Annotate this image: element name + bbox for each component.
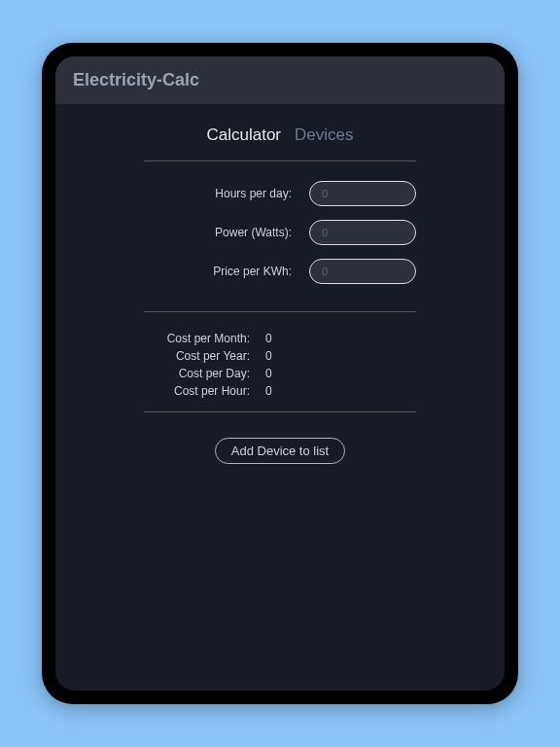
tab-bar: Calculator Devices <box>55 125 505 145</box>
field-hours: Hours per day: 0 <box>144 181 416 206</box>
app-title: Electricity-Calc <box>73 70 487 90</box>
power-input[interactable]: 0 <box>309 220 416 245</box>
hour-label: Cost per Hour: <box>144 384 265 398</box>
year-value: 0 <box>265 349 272 363</box>
input-form: Hours per day: 0 Power (Watts): 0 Price … <box>144 160 416 312</box>
hours-label: Hours per day: <box>144 187 309 200</box>
month-value: 0 <box>265 332 272 345</box>
tab-calculator[interactable]: Calculator <box>206 125 281 145</box>
result-month: Cost per Month: 0 <box>144 332 416 345</box>
power-label: Power (Watts): <box>144 226 309 239</box>
result-hour: Cost per Hour: 0 <box>144 384 416 398</box>
results-section: Cost per Month: 0 Cost per Year: 0 Cost … <box>144 312 416 412</box>
tablet-frame: Electricity-Calc Calculator Devices Hour… <box>42 43 518 704</box>
month-label: Cost per Month: <box>144 332 265 345</box>
hours-placeholder: 0 <box>322 188 328 199</box>
result-year: Cost per Year: 0 <box>144 349 416 363</box>
price-placeholder: 0 <box>322 266 328 277</box>
title-bar: Electricity-Calc <box>55 56 505 104</box>
hour-value: 0 <box>265 384 272 398</box>
actions-bar: Add Device to list <box>55 438 505 464</box>
price-label: Price per KWh: <box>144 265 309 278</box>
add-device-button[interactable]: Add Device to list <box>215 438 345 464</box>
hours-input[interactable]: 0 <box>309 181 416 206</box>
app-screen: Electricity-Calc Calculator Devices Hour… <box>55 56 505 691</box>
price-input[interactable]: 0 <box>309 259 416 284</box>
day-value: 0 <box>265 367 272 380</box>
result-day: Cost per Day: 0 <box>144 367 416 380</box>
power-placeholder: 0 <box>322 227 328 238</box>
year-label: Cost per Year: <box>144 349 265 363</box>
field-power: Power (Watts): 0 <box>144 220 416 245</box>
tab-devices[interactable]: Devices <box>295 125 353 145</box>
day-label: Cost per Day: <box>144 367 265 380</box>
field-price: Price per KWh: 0 <box>144 259 416 284</box>
